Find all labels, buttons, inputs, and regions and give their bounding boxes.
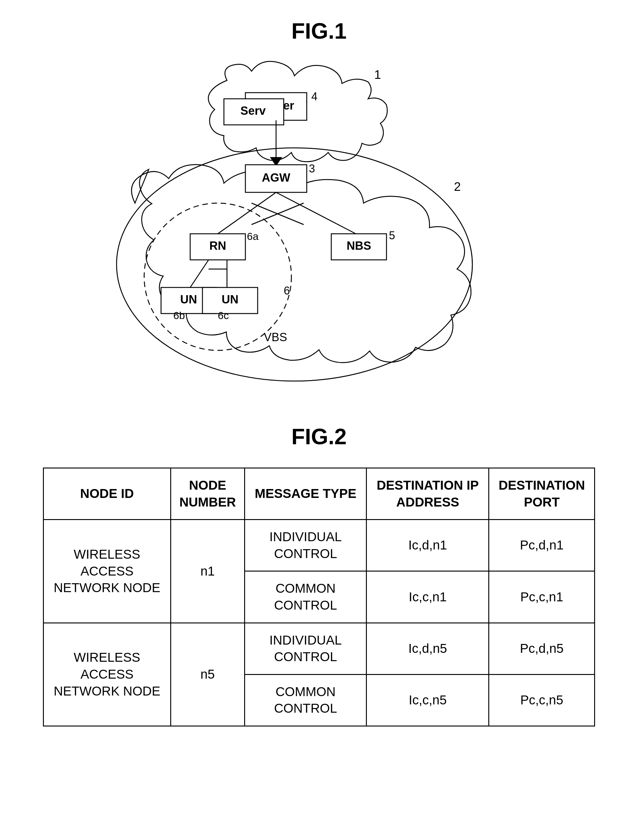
dest-ip-d-n1: Ic,d,n1 — [366, 520, 489, 571]
msg-type-individual-n1: INDIVIDUALCONTROL — [245, 520, 366, 571]
svg-line-14 — [218, 193, 276, 234]
dest-port-d-n1: Pc,d,n1 — [489, 520, 595, 571]
svg-text:NBS: NBS — [347, 239, 371, 252]
svg-text:6a: 6a — [247, 231, 259, 242]
dest-ip-c-n5: Ic,c,n5 — [366, 674, 489, 726]
node-number-n5: n5 — [171, 623, 245, 726]
svg-text:2: 2 — [454, 180, 461, 193]
fig2-title: FIG.2 — [291, 424, 347, 449]
fig2-section: FIG.2 NODE ID NODENUMBER MESSAGE TYPE DE… — [43, 424, 595, 726]
nbs-node: NBS 5 — [331, 229, 395, 260]
svg-text:6: 6 — [284, 284, 290, 297]
msg-type-common-n1: COMMONCONTROL — [245, 571, 366, 623]
table-header-row: NODE ID NODENUMBER MESSAGE TYPE DESTINAT… — [44, 468, 595, 520]
svg-text:VBS: VBS — [264, 331, 287, 344]
fig2-table: NODE ID NODENUMBER MESSAGE TYPE DESTINAT… — [43, 467, 595, 726]
col-dest-ip: DESTINATION IPADDRESS — [366, 468, 489, 520]
svg-text:1: 1 — [374, 68, 381, 81]
svg-text:4: 4 — [311, 90, 317, 103]
agw-node: AGW 3 — [245, 162, 315, 193]
svg-text:RN: RN — [210, 239, 226, 252]
table-row: WIRELESSACCESSNETWORK NODE n5 INDIVIDUAL… — [44, 623, 595, 674]
svg-text:UN: UN — [180, 293, 197, 306]
svg-text:6c: 6c — [218, 309, 229, 321]
svg-text:Serv: Serv — [240, 104, 265, 117]
dest-port-c-n5: Pc,c,n5 — [489, 674, 595, 726]
node-number-n1: n1 — [171, 520, 245, 623]
col-dest-port: DESTINATIONPORT — [489, 468, 595, 520]
rn-node: RN 6a — [190, 231, 259, 260]
svg-line-15 — [276, 193, 356, 234]
msg-type-common-n5: COMMONCONTROL — [245, 674, 366, 726]
svg-point-33 — [144, 203, 291, 351]
fig1-diagram: 1 2 Server 4 Serv — [74, 56, 564, 393]
svg-text:AGW: AGW — [262, 171, 291, 184]
table-row: WIRELESSACCESSNETWORK NODE n1 INDIVIDUAL… — [44, 520, 595, 571]
node-id-n5: WIRELESSACCESSNETWORK NODE — [44, 623, 171, 726]
dest-port-c-n1: Pc,c,n1 — [489, 571, 595, 623]
col-message-type: MESSAGE TYPE — [245, 468, 366, 520]
un2-node: UN 6c — [202, 287, 257, 321]
svg-text:5: 5 — [389, 229, 395, 242]
dest-port-d-n5: Pc,d,n5 — [489, 623, 595, 674]
col-node-id: NODE ID — [44, 468, 171, 520]
svg-text:3: 3 — [309, 162, 315, 175]
dest-ip-d-n5: Ic,d,n5 — [366, 623, 489, 674]
msg-type-individual-n5: INDIVIDUALCONTROL — [245, 623, 366, 674]
node-id-n1: WIRELESSACCESSNETWORK NODE — [44, 520, 171, 623]
fig1-title: FIG.1 — [291, 18, 347, 44]
svg-text:UN: UN — [222, 293, 238, 306]
col-node-number: NODENUMBER — [171, 468, 245, 520]
dest-ip-c-n1: Ic,c,n1 — [366, 571, 489, 623]
server-node: Server 4 Serv — [224, 90, 317, 125]
svg-text:6b: 6b — [173, 309, 185, 321]
svg-line-24 — [190, 260, 208, 287]
